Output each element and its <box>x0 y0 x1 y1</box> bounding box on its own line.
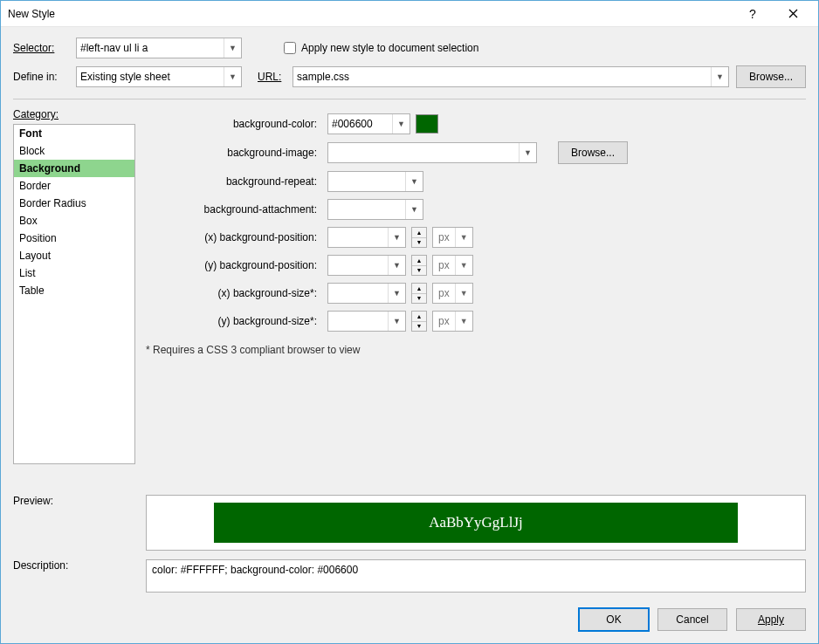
chevron-down-icon[interactable]: ▼ <box>388 284 405 303</box>
chevron-down-icon[interactable]: ▼ <box>392 114 410 134</box>
bg-size-y-unit[interactable]: px ▼ <box>432 311 473 332</box>
bg-color-combobox[interactable]: ▼ <box>327 113 410 134</box>
bg-size-x-combobox[interactable]: ▼ <box>327 283 406 304</box>
category-item-background[interactable]: Background <box>14 160 134 177</box>
apply-button[interactable]: Apply <box>736 608 806 631</box>
description-label: Description: <box>13 559 135 593</box>
chevron-down-icon[interactable]: ▼ <box>405 172 423 191</box>
unit-label: px <box>433 259 455 271</box>
help-button[interactable]: ? <box>733 1 773 27</box>
bg-pos-x-input[interactable] <box>328 228 388 247</box>
category-item-table[interactable]: Table <box>14 282 134 299</box>
selector-label: Selector: <box>13 42 69 54</box>
css3-note: * Requires a CSS 3 compliant browser to … <box>146 344 806 356</box>
bg-pos-x-unit[interactable]: px ▼ <box>432 227 473 248</box>
bg-pos-y-unit[interactable]: px ▼ <box>432 255 473 276</box>
chevron-down-icon[interactable]: ▼ <box>455 284 472 303</box>
bg-pos-y-combobox[interactable]: ▼ <box>327 255 406 276</box>
chevron-down-icon[interactable]: ▼ <box>388 256 405 275</box>
spinner-up-icon[interactable]: ▲ <box>412 228 426 238</box>
url-combobox[interactable]: ▼ <box>292 66 729 87</box>
category-item-layout[interactable]: Layout <box>14 247 134 264</box>
category-item-border[interactable]: Border <box>14 177 134 195</box>
bg-size-y-input[interactable] <box>328 312 388 331</box>
bg-image-label: background-image: <box>146 147 320 159</box>
bg-repeat-input[interactable] <box>328 172 405 191</box>
chevron-down-icon[interactable]: ▼ <box>405 200 423 219</box>
category-item-font[interactable]: Font <box>14 125 134 142</box>
bg-size-x-spinner[interactable]: ▲ ▼ <box>411 283 427 304</box>
url-input[interactable] <box>293 67 711 86</box>
category-item-position[interactable]: Position <box>14 230 134 247</box>
bg-size-y-combobox[interactable]: ▼ <box>327 311 406 332</box>
define-in-label: Define in: <box>13 71 69 83</box>
spinner-up-icon[interactable]: ▲ <box>412 284 426 294</box>
spinner-down-icon[interactable]: ▼ <box>412 294 426 304</box>
ok-button[interactable]: OK <box>579 608 649 631</box>
description-text: color: #FFFFFF; background-color: #00660… <box>152 564 358 576</box>
unit-label: px <box>433 231 455 243</box>
preview-label: Preview: <box>13 495 135 551</box>
separator <box>13 99 806 99</box>
define-in-input[interactable] <box>77 67 224 86</box>
chevron-down-icon[interactable]: ▼ <box>519 143 536 162</box>
chevron-down-icon[interactable]: ▼ <box>455 256 472 275</box>
bg-pos-x-label: (x) background-position: <box>146 231 320 243</box>
bg-attach-combobox[interactable]: ▼ <box>327 199 423 220</box>
define-in-combobox[interactable]: ▼ <box>76 66 242 87</box>
window-title: New Style <box>8 8 733 20</box>
chevron-down-icon[interactable]: ▼ <box>455 312 472 331</box>
close-icon <box>788 9 798 18</box>
bg-image-combobox[interactable]: ▼ <box>327 142 537 163</box>
category-item-box[interactable]: Box <box>14 212 134 230</box>
spinner-down-icon[interactable]: ▼ <box>412 322 426 332</box>
bg-color-swatch[interactable] <box>416 114 438 134</box>
chevron-down-icon[interactable]: ▼ <box>388 312 405 331</box>
apply-to-selection-checkbox[interactable] <box>284 42 296 54</box>
spinner-down-icon[interactable]: ▼ <box>412 266 426 276</box>
url-browse-button[interactable]: Browse... <box>736 65 806 88</box>
bg-pos-y-spinner[interactable]: ▲ ▼ <box>411 255 427 276</box>
bg-pos-x-combobox[interactable]: ▼ <box>327 227 406 248</box>
category-item-border-radius[interactable]: Border Radius <box>14 195 134 212</box>
preview-sample: AaBbYyGgLlJj <box>214 503 738 543</box>
category-item-list[interactable]: List <box>14 264 134 282</box>
spinner-up-icon[interactable]: ▲ <box>412 312 426 322</box>
bg-size-x-input[interactable] <box>328 284 388 303</box>
selector-input[interactable] <box>77 38 224 58</box>
chevron-down-icon[interactable]: ▼ <box>224 38 241 58</box>
bg-image-browse-button[interactable]: Browse... <box>558 141 628 164</box>
bg-attach-label: background-attachment: <box>146 203 320 216</box>
chevron-down-icon[interactable]: ▼ <box>455 228 472 247</box>
bg-image-input[interactable] <box>328 143 519 162</box>
bg-color-input[interactable] <box>328 114 392 134</box>
cancel-button[interactable]: Cancel <box>657 608 727 631</box>
spinner-down-icon[interactable]: ▼ <box>412 238 426 248</box>
chevron-down-icon[interactable]: ▼ <box>711 67 728 86</box>
category-label: Category: <box>13 108 135 120</box>
category-item-block[interactable]: Block <box>14 142 134 160</box>
bg-size-y-spinner[interactable]: ▲ ▼ <box>411 311 427 332</box>
bg-size-x-label: (x) background-size*: <box>146 287 320 299</box>
close-button[interactable] <box>773 1 813 27</box>
bg-size-y-label: (y) background-size*: <box>146 315 320 327</box>
bg-pos-x-spinner[interactable]: ▲ ▼ <box>411 227 427 248</box>
bg-color-label: background-color: <box>146 118 320 130</box>
bg-size-x-unit[interactable]: px ▼ <box>432 283 473 304</box>
apply-to-selection-label: Apply new style to document selection <box>301 42 478 54</box>
description-box: color: #FFFFFF; background-color: #00660… <box>146 559 806 593</box>
bg-pos-y-label: (y) background-position: <box>146 259 320 271</box>
category-listbox[interactable]: FontBlockBackgroundBorderBorder RadiusBo… <box>13 124 135 464</box>
preview-sample-text: AaBbYyGgLlJj <box>429 514 523 531</box>
bg-repeat-combobox[interactable]: ▼ <box>327 171 423 192</box>
titlebar: New Style ? <box>1 1 818 27</box>
chevron-down-icon[interactable]: ▼ <box>224 67 241 86</box>
bg-attach-input[interactable] <box>328 200 405 219</box>
spinner-up-icon[interactable]: ▲ <box>412 256 426 266</box>
unit-label: px <box>433 315 455 327</box>
selector-combobox[interactable]: ▼ <box>76 38 242 58</box>
chevron-down-icon[interactable]: ▼ <box>388 228 405 247</box>
preview-box: AaBbYyGgLlJj <box>146 495 806 551</box>
unit-label: px <box>433 287 455 299</box>
bg-pos-y-input[interactable] <box>328 256 388 275</box>
